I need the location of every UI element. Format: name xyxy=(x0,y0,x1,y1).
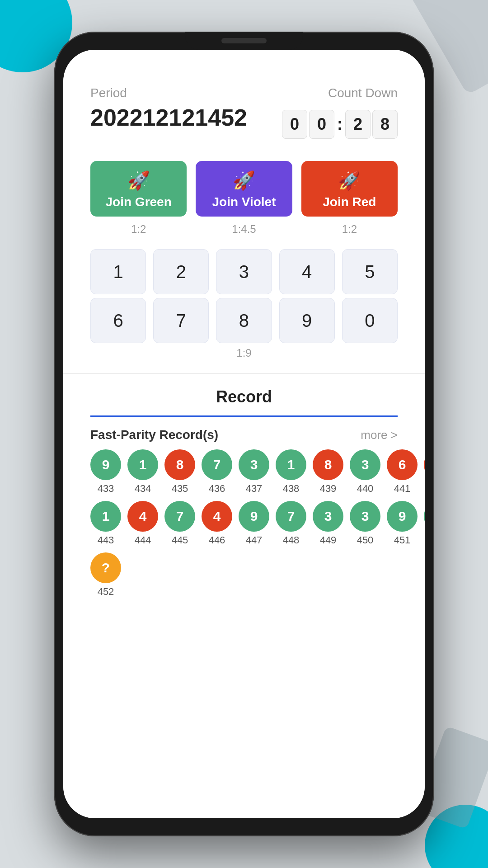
number-cell-1[interactable]: 1 xyxy=(90,249,146,294)
number-grid-row2: 67890 xyxy=(90,298,398,343)
bubble-item-450[interactable]: 3450 xyxy=(350,501,380,546)
phone-shell: Period Count Down 202212121452 0 0 : 2 8 xyxy=(54,32,434,836)
bubble-id-438: 438 xyxy=(283,483,300,495)
bubble-433: 9 xyxy=(90,449,121,480)
bubble-item-435[interactable]: 8435 xyxy=(164,449,195,495)
rocket-green-icon: 🚀 xyxy=(127,170,150,191)
bubble-id-439: 439 xyxy=(320,483,337,495)
bubble-439: 8 xyxy=(313,449,343,480)
bubble-437: 3 xyxy=(239,449,269,480)
bubble-450: 3 xyxy=(350,501,380,532)
bubble-item-451b[interactable]: 9451 xyxy=(424,501,425,546)
bubble-item-438[interactable]: 1438 xyxy=(276,449,306,495)
countdown-digit-1: 0 xyxy=(309,110,334,139)
bubble-id-433: 433 xyxy=(98,483,114,495)
countdown-display: 0 0 : 2 8 xyxy=(282,110,398,139)
bubble-444: 4 xyxy=(127,501,158,532)
number-cell-3[interactable]: 3 xyxy=(216,249,272,294)
number-cell-9[interactable]: 9 xyxy=(279,298,335,343)
more-link[interactable]: more > xyxy=(361,428,398,442)
bubble-item-440[interactable]: 3440 xyxy=(350,449,380,495)
phone-speaker xyxy=(221,38,267,43)
period-id: 202212121452 xyxy=(90,104,247,131)
number-grid-ratio: 1:9 xyxy=(90,347,398,359)
record-subtitle: Fast-Parity Record(s) xyxy=(90,428,218,442)
red-ratio: 1:2 xyxy=(301,223,398,236)
rocket-violet-icon: 🚀 xyxy=(233,170,255,191)
record-subheader: Fast-Parity Record(s) more > xyxy=(90,417,398,449)
join-violet-label: Join Violet xyxy=(212,195,276,209)
countdown-digit-0: 0 xyxy=(282,110,307,139)
bubble-442: 0 xyxy=(424,449,425,480)
number-cell-0[interactable]: 0 xyxy=(342,298,398,343)
bubble-item-443[interactable]: 1443 xyxy=(90,501,121,546)
bubble-452: ? xyxy=(90,552,121,583)
violet-ratio: 1:4.5 xyxy=(196,223,292,236)
bubble-id-446: 446 xyxy=(209,534,225,546)
number-grid: 12345 xyxy=(90,249,398,294)
rocket-red-icon: 🚀 xyxy=(338,170,361,191)
period-label: Period xyxy=(90,86,127,100)
bubble-id-444: 444 xyxy=(135,534,151,546)
bubble-451: 9 xyxy=(387,501,418,532)
bubble-item-449[interactable]: 3449 xyxy=(313,501,343,546)
bubble-451b: 9 xyxy=(424,501,425,532)
bubble-item-452[interactable]: ?452 xyxy=(90,552,121,598)
bubble-id-443: 443 xyxy=(98,534,114,546)
bubble-445: 7 xyxy=(164,501,195,532)
bubble-443: 1 xyxy=(90,501,121,532)
bubble-rows: 9433143484357436343714388439344064410442… xyxy=(90,449,398,598)
bubble-id-450: 450 xyxy=(357,534,374,546)
number-cell-5[interactable]: 5 xyxy=(342,249,398,294)
bubble-435: 8 xyxy=(164,449,195,480)
join-ratios-row: 1:2 1:4.5 1:2 xyxy=(90,223,398,236)
bubble-item-441[interactable]: 6441 xyxy=(387,449,418,495)
bubble-item-444[interactable]: 4444 xyxy=(127,501,158,546)
bubble-id-448: 448 xyxy=(283,534,300,546)
bubble-item-447[interactable]: 9447 xyxy=(239,501,269,546)
countdown-digit-3: 8 xyxy=(372,110,398,139)
bubble-item-433[interactable]: 9433 xyxy=(90,449,121,495)
blank-bottom xyxy=(63,622,425,749)
bubble-id-449: 449 xyxy=(320,534,337,546)
join-green-label: Join Green xyxy=(106,195,172,209)
bubble-id-441: 441 xyxy=(394,483,411,495)
bubble-item-434[interactable]: 1434 xyxy=(127,449,158,495)
bubble-446: 4 xyxy=(202,501,232,532)
bubble-449: 3 xyxy=(313,501,343,532)
number-cell-4[interactable]: 4 xyxy=(279,249,335,294)
join-green-button[interactable]: 🚀 Join Green xyxy=(90,161,187,217)
green-ratio: 1:2 xyxy=(90,223,187,236)
screen-content: Period Count Down 202212121452 0 0 : 2 8 xyxy=(63,50,425,818)
number-cell-7[interactable]: 7 xyxy=(153,298,209,343)
bubble-434: 1 xyxy=(127,449,158,480)
bubble-447: 9 xyxy=(239,501,269,532)
bubble-row-0: 9433143484357436343714388439344064410442 xyxy=(90,449,398,495)
number-cell-8[interactable]: 8 xyxy=(216,298,272,343)
number-cell-2[interactable]: 2 xyxy=(153,249,209,294)
bubble-item-437[interactable]: 3437 xyxy=(239,449,269,495)
bubble-item-445[interactable]: 7445 xyxy=(164,501,195,546)
join-violet-button[interactable]: 🚀 Join Violet xyxy=(196,161,292,217)
bubble-448: 7 xyxy=(276,501,306,532)
bubble-item-439[interactable]: 8439 xyxy=(313,449,343,495)
bubble-id-435: 435 xyxy=(172,483,188,495)
number-cell-6[interactable]: 6 xyxy=(90,298,146,343)
bubble-item-451[interactable]: 9451 xyxy=(387,501,418,546)
bubble-441: 6 xyxy=(387,449,418,480)
countdown-colon: : xyxy=(337,115,343,134)
bubble-440: 3 xyxy=(350,449,380,480)
bubble-436: 7 xyxy=(202,449,232,480)
bubble-id-436: 436 xyxy=(209,483,225,495)
join-red-label: Join Red xyxy=(323,195,376,209)
countdown-digit-2: 2 xyxy=(345,110,371,139)
bubble-item-448[interactable]: 7448 xyxy=(276,501,306,546)
bubble-item-436[interactable]: 7436 xyxy=(202,449,232,495)
bubble-item-446[interactable]: 4446 xyxy=(202,501,232,546)
join-buttons-row: 🚀 Join Green 🚀 Join Violet 🚀 Join Red xyxy=(90,161,398,217)
bubble-id-451: 451 xyxy=(394,534,411,546)
bubble-id-440: 440 xyxy=(357,483,374,495)
bubble-item-442[interactable]: 0442 xyxy=(424,449,425,495)
bubble-id-452: 452 xyxy=(98,586,114,598)
join-red-button[interactable]: 🚀 Join Red xyxy=(301,161,398,217)
